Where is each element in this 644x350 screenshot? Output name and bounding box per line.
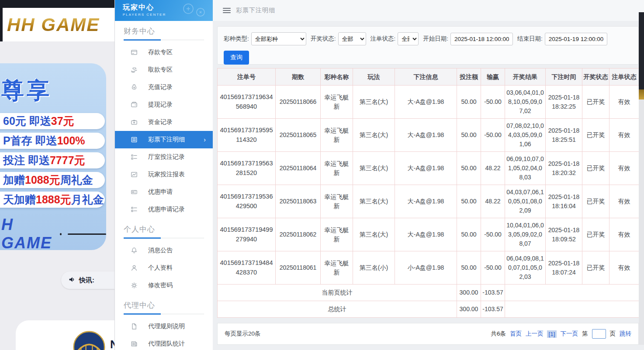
table-cell: 2025-01-18 18:09:52 xyxy=(546,218,582,251)
table-cell: 第三名(大) xyxy=(353,152,395,185)
table-cell: 10,04,01,06,03,05,09,02,08,07 xyxy=(505,218,546,251)
table-cell: 大-A盘@1.98 xyxy=(395,86,457,119)
site-background: HH GAME 尊享 60元 即送37元P首存 即送100%投注 即送7777元… xyxy=(0,0,114,350)
table-cell: 401569173719484428370 xyxy=(218,251,276,285)
total-count-label: 共6条 xyxy=(491,330,506,338)
sidebar-item-person[interactable]: 个人资料 xyxy=(115,259,213,277)
sidebar-item-withdraw-record[interactable]: 提现记录 xyxy=(115,96,213,113)
column-header: 下注信息 xyxy=(395,69,457,86)
sidebar-item-label: 代理规则说明 xyxy=(148,323,185,330)
section-underline xyxy=(124,313,204,314)
table-cell: 20250118063 xyxy=(276,185,321,218)
table-row: 40156917371963456894020250118066幸运飞艇新第三名… xyxy=(218,86,639,119)
sidebar-item-document[interactable]: 代理规则说明 xyxy=(115,318,213,335)
promo-pill: 投注 即送7777元 xyxy=(0,152,105,168)
first-page-link[interactable]: 首页 xyxy=(510,330,522,338)
table-cell: 50.00 xyxy=(457,86,481,119)
start-date-input[interactable] xyxy=(450,33,513,45)
sidebar-item-bet-report[interactable]: 玩家投注报表 xyxy=(115,166,213,183)
promo-apply-icon xyxy=(131,189,138,196)
menu-toggle-icon[interactable] xyxy=(223,7,231,14)
lottery-type-select[interactable]: 全部彩种 xyxy=(251,32,306,45)
sidebar-item-gear[interactable]: 修改密码 xyxy=(115,277,213,294)
total-summary-bet: 300.00 xyxy=(457,301,481,318)
table-cell: 有效 xyxy=(609,251,639,285)
jump-suffix-label: 页 xyxy=(610,330,616,338)
section-underline xyxy=(124,237,204,238)
draw-status-label: 开奖状态: xyxy=(311,35,336,43)
sidebar-item-funds-record[interactable]: 资金记录 xyxy=(115,113,213,131)
table-cell: 401569173719563281520 xyxy=(218,152,276,185)
promo-pill-list: 60元 即送37元P首存 即送100%投注 即送7777元加赠1088元周礼金天… xyxy=(1,113,106,208)
sidebar-item-bet-detail[interactable]: 彩票下注明细› xyxy=(115,131,213,148)
sidebar-item-hall-bets[interactable]: 厅室投注记录 xyxy=(115,148,213,166)
order-status-label: 注单状态: xyxy=(370,35,396,43)
brand-dash xyxy=(68,233,106,235)
table-cell: 20250118065 xyxy=(276,119,321,152)
table-cell: 有效 xyxy=(609,218,639,251)
table-cell: 第三名(大) xyxy=(353,185,395,218)
table-cell: -50.00 xyxy=(481,119,505,152)
section-label: 财务中心 xyxy=(124,26,204,36)
table-cell: 2025-01-18 18:20:32 xyxy=(546,152,582,185)
page-title: 彩票下注明细 xyxy=(236,7,275,14)
end-date-input[interactable] xyxy=(545,33,607,45)
draw-status-select[interactable]: 全部 xyxy=(338,32,366,45)
table-cell: 大-A盘@1.98 xyxy=(395,218,457,251)
recharge-record-icon xyxy=(131,84,138,91)
team-logo-icon xyxy=(73,331,105,350)
table-cell: 已开奖 xyxy=(582,152,609,185)
column-header: 开奖结果 xyxy=(505,69,546,86)
table-cell: 50.00 xyxy=(457,119,481,152)
sidebar-item-label: 个人资料 xyxy=(148,264,173,272)
sidebar-item-recharge-record[interactable]: 充值记录 xyxy=(115,79,213,96)
table-cell: 50.00 xyxy=(457,251,481,285)
table-cell: 2025-01-18 18:07:24 xyxy=(546,251,582,285)
filter-panel: 彩种类型: 全部彩种 开奖状态: 全部 注单状态: 全部 开始日期: 结束日期:… xyxy=(217,26,639,65)
deposit-icon xyxy=(131,49,138,56)
table-cell: -50.00 xyxy=(481,218,505,251)
table-header-row: 注单号期数彩种名称玩法下注信息投注额输赢开奖结果下注时间开奖状态注单状态 xyxy=(218,69,639,86)
table-cell: 有效 xyxy=(609,152,639,185)
prev-page-link[interactable]: 上一页 xyxy=(526,330,544,338)
jump-page-input[interactable] xyxy=(592,329,606,339)
site-right-strip-dark xyxy=(639,12,644,89)
table-cell: 有效 xyxy=(609,86,639,119)
column-header: 期数 xyxy=(276,69,321,86)
page-summary-empty xyxy=(505,285,639,301)
table-cell: 幸运飞艇新 xyxy=(321,251,353,285)
sidebar: 玩家中心 PLAYERS CENTER 财务中心存款专区取款专区充值记录提现记录… xyxy=(114,0,213,350)
table-cell: 2025-01-18 18:16:04 xyxy=(546,185,582,218)
next-page-link[interactable]: 下一页 xyxy=(561,330,578,338)
page-summary-bet: 300.00 xyxy=(457,285,481,301)
table-cell: 大-A盘@1.98 xyxy=(395,152,457,185)
sidebar-item-team-stats[interactable]: 代理团队统计 xyxy=(115,335,213,350)
sidebar-item-promo-record[interactable]: 优惠申请记录 xyxy=(115,201,213,218)
table-cell: 幸运飞艇新 xyxy=(321,119,353,152)
column-header: 开奖状态 xyxy=(582,69,609,86)
table-cell: 已开奖 xyxy=(582,251,609,285)
page-summary-label: 当前页统计 xyxy=(218,285,457,301)
chevron-right-icon: › xyxy=(204,136,206,143)
table-body: 40156917371963456894020250118066幸运飞艇新第三名… xyxy=(218,86,639,285)
site-top-bar xyxy=(0,0,114,8)
order-status-select[interactable]: 全部 xyxy=(398,32,419,45)
table-summary: 当前页统计 300.00 -103.57 总统计 300.00 -103.57 xyxy=(218,285,639,318)
total-summary-empty xyxy=(505,301,639,318)
sidebar-item-withdraw[interactable]: 取款专区 xyxy=(115,61,213,79)
page-summary-winloss: -103.57 xyxy=(481,285,505,301)
table-cell: 已开奖 xyxy=(582,218,609,251)
brand-dot xyxy=(60,233,62,235)
search-button[interactable]: 查询 xyxy=(224,51,249,65)
sidebar-item-promo-apply[interactable]: 优惠申请 xyxy=(115,183,213,201)
news-card: N xyxy=(16,320,114,350)
sidebar-item-deposit[interactable]: 存款专区 xyxy=(115,44,213,61)
table-cell: 幸运飞艇新 xyxy=(321,86,353,119)
promo-record-icon xyxy=(131,206,138,213)
sidebar-item-bell[interactable]: 消息公告 xyxy=(115,242,213,259)
current-page-indicator[interactable]: [1] xyxy=(547,330,556,338)
table-cell: 20250118062 xyxy=(276,218,321,251)
jump-action-link[interactable]: 跳转 xyxy=(620,330,631,338)
site-right-strip-gray xyxy=(639,100,644,345)
sidebar-item-label: 修改密码 xyxy=(148,281,173,289)
